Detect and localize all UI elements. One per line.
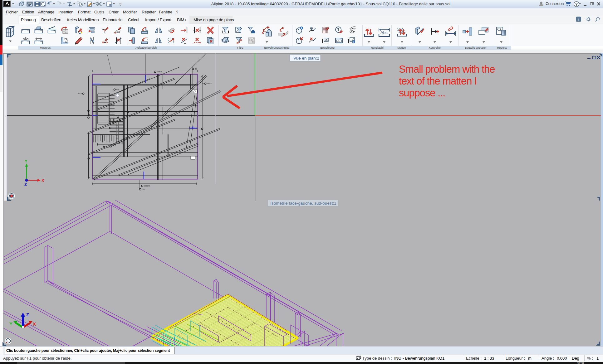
svg-text:Z: Z (26, 312, 29, 317)
svg-text:3Ø8: 3Ø8 (142, 188, 145, 190)
svg-text:2: 2 (110, 4, 111, 6)
svg-text:X: X (33, 321, 36, 327)
svg-text:Ø8: Ø8 (195, 68, 197, 70)
svg-text:suppose ...: suppose ... (399, 87, 445, 99)
svg-text:-1-: -1- (325, 39, 328, 41)
svg-text:?: ? (575, 2, 578, 7)
svg-text:Abc: Abc (380, 30, 388, 35)
svg-text:4Ø8: 4Ø8 (116, 89, 119, 90)
svg-text:Ø8/15: Ø8/15 (207, 83, 212, 85)
svg-text:text of the matten I: text of the matten I (399, 75, 477, 87)
svg-text:Z: Z (24, 182, 27, 187)
svg-text:Small problem with the: Small problem with the (399, 63, 495, 75)
svg-text:Y: Y (9, 321, 12, 326)
svg-text:9x0: 9x0 (120, 142, 123, 144)
svg-text:i: i (578, 17, 579, 21)
svg-text:i: i (353, 41, 354, 43)
svg-text:Vue en plan:2: Vue en plan:2 (293, 56, 319, 61)
svg-text:3HC/N: 3HC/N (77, 93, 82, 95)
svg-text:17x0.19: 17x0.19 (106, 146, 111, 148)
svg-text:Isométrie face-gauche, sud-oue: Isométrie face-gauche, sud-ouest:1 (270, 201, 336, 206)
svg-text:10Ø8/15: 10Ø8/15 (144, 185, 150, 187)
svg-text:X: X (42, 178, 44, 183)
svg-text:2Ø8/15: 2Ø8/15 (157, 71, 162, 73)
svg-text:Y: Y (25, 159, 27, 163)
svg-text:-1-: -1- (337, 40, 340, 43)
